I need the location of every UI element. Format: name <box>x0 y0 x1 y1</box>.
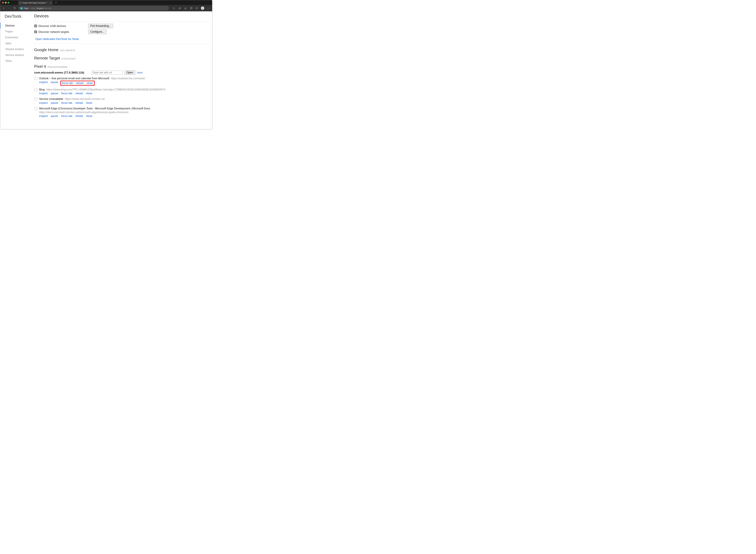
action-focus[interactable]: focus tab <box>61 101 72 105</box>
action-pause[interactable]: pause <box>51 101 58 105</box>
target-title: Microsoft Edge (Chromium) Developer Tool… <box>39 107 150 110</box>
sidebar-item-devices[interactable]: Devices <box>5 23 29 29</box>
configure-button[interactable]: Configure... <box>88 30 107 34</box>
action-close[interactable]: close <box>86 101 92 105</box>
new-tab-button[interactable]: + <box>54 0 58 5</box>
target-checkbox[interactable] <box>35 88 37 91</box>
section-title: Remote Target <box>34 56 60 60</box>
target-body: Outlook – free personal email and calend… <box>39 76 209 86</box>
action-inspect[interactable]: inspect <box>39 101 48 105</box>
section-heading: Remote Target#LOCALHOST <box>34 56 209 60</box>
minimize-window-button[interactable] <box>5 2 6 3</box>
action-inspect[interactable]: inspect <box>39 92 48 95</box>
svg-point-2 <box>196 7 197 8</box>
discover-usb-label: Discover USB devices <box>39 24 66 28</box>
close-tab-button[interactable]: × <box>50 2 51 4</box>
action-reload[interactable]: reload <box>75 101 83 105</box>
target-url: https://outlook.live.com/owa/ <box>110 77 145 80</box>
sidebar-item-service-workers[interactable]: Service workers <box>5 52 29 58</box>
target-row: Microsoft Edge (Chromium) Developer Tool… <box>35 107 209 118</box>
target-row: Service Unavailable https://www.microsof… <box>35 97 209 104</box>
maximize-window-button[interactable] <box>8 2 9 3</box>
forward-button[interactable] <box>7 6 12 11</box>
trace-link[interactable]: trace <box>137 71 143 74</box>
target-checkbox[interactable] <box>35 107 37 110</box>
action-pause[interactable]: pause <box>51 114 58 118</box>
port-forwarding-button[interactable]: Port forwarding... <box>88 24 113 28</box>
edge-label: Edge <box>24 7 28 9</box>
target-body: Service Unavailable https://www.microsof… <box>39 97 209 104</box>
action-focus[interactable]: focus tab <box>61 92 72 95</box>
target-title-line: Service Unavailable https://www.microsof… <box>39 97 209 101</box>
target-row: Bing https://www.bing.com/?PC=EMMX20&toW… <box>35 88 209 95</box>
edge-logo-icon <box>20 7 23 9</box>
target-checkbox[interactable] <box>35 77 37 80</box>
back-button[interactable] <box>1 6 6 11</box>
action-reload[interactable]: reload <box>75 114 83 118</box>
action-focus[interactable]: focus tab <box>62 81 73 85</box>
sidebar-item-shared-workers[interactable]: Shared workers <box>5 46 29 52</box>
collections-icon[interactable] <box>189 6 194 11</box>
toolbar-right: ⋯ <box>171 6 211 11</box>
browser-toolbar: Edge edge://inspect/#devices ⋯ <box>0 5 212 11</box>
tab-title: Inspect with Edge Developer T <box>22 2 48 4</box>
action-pause[interactable]: pause <box>51 92 58 95</box>
target-actions: inspectpausefocus tabreloadclose <box>39 101 209 105</box>
device-name: Pixel 4 <box>34 64 46 69</box>
sidebar: DevTools DevicesPagesExtensionsAppsShare… <box>0 11 31 129</box>
target-url: https://docs.microsoft.com/en-us/microso… <box>39 110 209 114</box>
sidebar-item-extensions[interactable]: Extensions <box>5 35 29 40</box>
section-sub: #LOCALHOST <box>61 57 76 60</box>
favorite-star-icon[interactable] <box>177 6 182 11</box>
sidebar-item-pages[interactable]: Pages <box>5 29 29 35</box>
action-close[interactable]: close <box>86 92 92 95</box>
checkbox-checked-icon: ✓ <box>34 24 37 27</box>
account-avatar[interactable] <box>200 6 205 11</box>
profile-icon[interactable] <box>194 6 199 11</box>
address-bar[interactable]: Edge edge://inspect/#devices <box>18 6 169 10</box>
divider <box>34 44 209 44</box>
window-controls <box>2 2 9 3</box>
action-pause[interactable]: pause <box>51 80 58 86</box>
target-title-line: Bing https://www.bing.com/?PC=EMMX20&toW… <box>39 88 209 92</box>
action-inspect[interactable]: inspect <box>39 114 48 118</box>
page-content: DevTools DevicesPagesExtensionsAppsShare… <box>0 11 212 129</box>
close-window-button[interactable] <box>2 2 4 3</box>
action-focus[interactable]: focus tab <box>61 114 72 118</box>
action-close[interactable]: close <box>86 114 92 118</box>
browser-package: com.microsoft.emmx (77.0.3865.116) <box>34 71 84 74</box>
open-tab-button[interactable]: Open <box>125 70 135 75</box>
discover-network-label: Discover network targets <box>39 30 69 34</box>
search-icon[interactable] <box>171 6 177 11</box>
target-checkbox[interactable] <box>35 98 37 101</box>
action-inspect[interactable]: inspect <box>39 80 48 86</box>
target-title: Outlook – free personal email and calend… <box>39 77 109 80</box>
action-reload[interactable]: reload <box>76 81 83 85</box>
action-reload[interactable]: reload <box>75 92 83 95</box>
discover-network-checkbox[interactable]: ✓ Discover network targets <box>34 30 69 34</box>
avatar-icon <box>201 6 204 10</box>
more-menu-icon[interactable]: ⋯ <box>206 6 211 11</box>
target-title: Service Unavailable <box>39 98 63 101</box>
sidebar-title: DevTools <box>5 14 29 19</box>
page-icon <box>19 2 21 4</box>
device-heading: Pixel 4 #99231FFAZ0080K <box>34 64 209 69</box>
sidebar-item-apps[interactable]: Apps <box>5 40 29 46</box>
discover-usb-checkbox[interactable]: ✓ Discover USB devices <box>34 24 66 28</box>
highlighted-actions: focus tabreloadclose <box>60 80 94 86</box>
action-close[interactable]: close <box>86 81 93 85</box>
browser-tab[interactable]: Inspect with Edge Developer T × <box>18 1 53 5</box>
section-heading: Google Home#192.168.86.63 <box>34 48 209 52</box>
section-sub: #192.168.86.63 <box>60 49 75 52</box>
target-url: https://www.microsoft.com/en-us/ <box>64 98 105 101</box>
window-titlebar: Inspect with Edge Developer T × + <box>0 0 212 5</box>
open-tab-url-input[interactable] <box>91 71 122 74</box>
target-actions: inspectpausefocus tabreloadclose <box>39 114 209 118</box>
svg-point-3 <box>202 7 203 8</box>
main-panel: Devices ✓ Discover USB devices Port forw… <box>31 11 212 129</box>
node-devtools-link[interactable]: Open dedicated DevTools for Node <box>36 37 79 41</box>
favorites-bar-icon[interactable] <box>183 6 188 11</box>
sidebar-item-other[interactable]: Other <box>5 58 29 64</box>
refresh-button[interactable] <box>12 6 17 11</box>
browser-row: com.microsoft.emmx (77.0.3865.116) Open … <box>34 70 209 75</box>
